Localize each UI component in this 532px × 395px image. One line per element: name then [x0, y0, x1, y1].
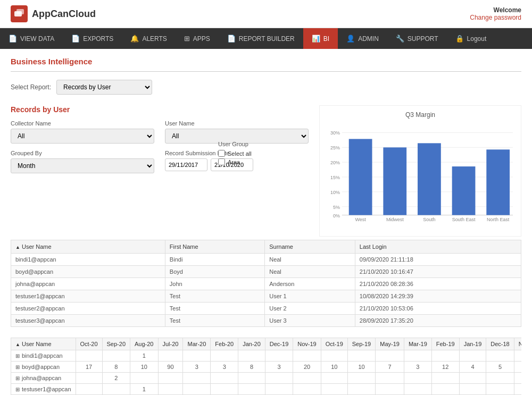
nav-bi-label: BI — [323, 35, 329, 43]
nav-report-builder-label: REPORT BUILDER — [239, 35, 295, 43]
activity-value-cell — [238, 384, 265, 395]
activity-value-cell — [431, 350, 459, 362]
logo-icon — [11, 5, 28, 22]
nav-logout[interactable]: 🔒 Logout — [447, 28, 495, 49]
svg-text:15%: 15% — [330, 175, 340, 180]
activity-value-cell: 10 — [321, 362, 347, 373]
activity-col-header: Sep-19 — [347, 338, 375, 350]
svg-text:0%: 0% — [333, 213, 340, 218]
activity-col-header: Nov-18 — [514, 338, 521, 350]
activity-value-cell — [211, 350, 238, 362]
firstname-cell: Test — [165, 315, 264, 327]
nav-support[interactable]: 🔧 SUPPORT — [387, 28, 447, 49]
report-builder-icon: 📄 — [227, 35, 236, 43]
page-title: Business Intelligence — [11, 57, 521, 66]
activity-value-cell: 90 — [158, 362, 183, 373]
report-select[interactable]: Records by User — [56, 80, 152, 95]
alerts-icon: 🔔 — [130, 35, 139, 43]
right-panel: Q3 Margin 30% 25% 20% 15% 10% 5% 0% — [319, 105, 521, 237]
activity-col-header: Feb-20 — [211, 338, 238, 350]
activity-col-header: Jan-19 — [459, 338, 486, 350]
user-table-section: ▲ User Name First Name Surname Last Logi… — [11, 240, 521, 327]
expand-button[interactable]: ⊞ — [15, 386, 20, 392]
date-from-input[interactable] — [165, 158, 207, 171]
surname-cell: Neal — [265, 266, 355, 278]
header-right: Welcome Change password — [470, 6, 521, 21]
grouped-by-label: Grouped By — [11, 150, 154, 156]
svg-text:10%: 10% — [330, 190, 340, 195]
area-checkbox-item: Area — [218, 158, 521, 165]
activity-value-cell — [293, 373, 321, 384]
activity-value-cell — [404, 373, 431, 384]
activity-table-wrapper[interactable]: ▲ User NameOct-20Sep-20Aug-20Jul-20Mar-2… — [11, 338, 521, 395]
col-surname: Surname — [265, 240, 355, 254]
activity-value-cell — [265, 384, 293, 395]
user-cell: boyd@appcan — [11, 266, 165, 278]
nav-apps[interactable]: ⊞ APPS — [176, 28, 219, 49]
activity-value-cell: 8 — [238, 362, 265, 373]
grouped-by-select[interactable]: Month — [11, 158, 154, 173]
activity-col-header: Dec-18 — [486, 338, 514, 350]
svg-text:5%: 5% — [333, 205, 340, 210]
activity-col-header: Jul-20 — [158, 338, 183, 350]
activity-value-cell — [404, 384, 431, 395]
activity-value-cell — [376, 350, 404, 362]
exports-icon: 📄 — [71, 35, 80, 43]
svg-rect-1 — [16, 9, 24, 14]
activity-col-header: Oct-19 — [321, 338, 347, 350]
activity-table: ▲ User NameOct-20Sep-20Aug-20Jul-20Mar-2… — [11, 338, 521, 395]
nav-support-label: SUPPORT — [408, 35, 438, 43]
activity-value-cell — [347, 350, 375, 362]
apps-icon: ⊞ — [184, 35, 190, 43]
activity-value-cell — [321, 384, 347, 395]
user-table: ▲ User Name First Name Surname Last Logi… — [11, 240, 521, 327]
select-all-checkbox[interactable] — [218, 150, 225, 157]
nav-admin[interactable]: 👤 ADMIN — [338, 28, 387, 49]
surname-cell: Anderson — [265, 278, 355, 290]
activity-value-cell: 3 — [211, 362, 238, 373]
firstname-cell: Bindi — [165, 254, 264, 266]
collector-label: Collector Name — [11, 120, 154, 127]
activity-value-cell — [76, 373, 102, 384]
section-title: Records by User — [11, 105, 309, 114]
activity-value-cell — [211, 384, 238, 395]
activity-value-cell: 3 — [183, 362, 211, 373]
svg-rect-19 — [452, 166, 476, 215]
activity-value-cell — [321, 373, 347, 384]
area-checkbox[interactable] — [218, 158, 225, 165]
activity-value-cell — [514, 373, 521, 384]
activity-value-cell — [459, 350, 486, 362]
activity-value-cell — [76, 350, 102, 362]
sort-icon-username[interactable]: ▲ — [15, 245, 20, 250]
activity-value-cell: 2 — [102, 373, 130, 384]
header: AppCanCloud Welcome Change password — [0, 0, 532, 28]
nav-apps-label: APPS — [193, 35, 210, 43]
collector-select[interactable]: All — [11, 129, 154, 144]
expand-button[interactable]: ⊞ — [15, 375, 20, 381]
nav-view-data[interactable]: 📄 VIEW DATA — [0, 28, 63, 49]
activity-value-cell — [459, 373, 486, 384]
expand-button[interactable]: ⊞ — [15, 364, 20, 370]
nav-alerts[interactable]: 🔔 ALERTS — [122, 28, 175, 49]
activity-value-cell — [347, 373, 375, 384]
change-password-link[interactable]: Change password — [470, 14, 521, 21]
activity-value-cell — [102, 384, 130, 395]
nav-exports[interactable]: 📄 EXPORTS — [63, 28, 122, 49]
activity-value-cell — [486, 384, 514, 395]
activity-value-cell — [158, 373, 183, 384]
table-row: testuser1@appcan Test User 1 10/08/2020 … — [11, 290, 521, 302]
activity-value-cell: 8 — [102, 362, 130, 373]
nav-report-builder[interactable]: 📄 REPORT BUILDER — [219, 28, 303, 49]
area-label: Area — [228, 159, 240, 165]
activity-value-cell — [404, 350, 431, 362]
activity-value-cell — [293, 384, 321, 395]
firstname-cell: Test — [165, 290, 264, 302]
lastlogin-cell: 10/08/2020 14:29:39 — [355, 290, 521, 302]
svg-text:South East: South East — [452, 217, 476, 222]
activity-col-header: Aug-20 — [130, 338, 158, 350]
expand-button[interactable]: ⊞ — [15, 353, 20, 359]
chart-container: Q3 Margin 30% 25% 20% 15% 10% 5% 0% — [319, 105, 521, 237]
nav-bi[interactable]: 📊 BI — [303, 28, 338, 49]
sort-icon-activity[interactable]: ▲ — [15, 342, 20, 347]
activity-col-header: Sep-20 — [102, 338, 130, 350]
